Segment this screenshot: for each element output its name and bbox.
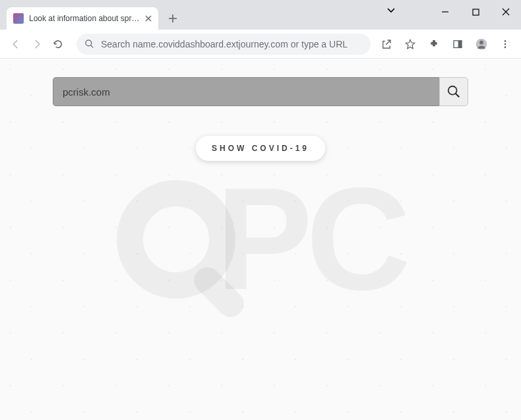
tab-favicon xyxy=(13,13,24,24)
close-tab-icon[interactable] xyxy=(145,15,152,22)
close-window-button[interactable] xyxy=(491,0,521,24)
browser-tab[interactable]: Look at information about spread… xyxy=(7,7,158,30)
menu-button[interactable] xyxy=(495,34,516,55)
svg-point-7 xyxy=(505,43,506,45)
omnibox-text: Search name.coviddashboard.extjourney.co… xyxy=(101,39,348,49)
page-search-bar xyxy=(53,77,468,106)
extensions-button[interactable] xyxy=(423,34,444,55)
page-content: PC SHOW COVID-19 xyxy=(0,59,521,420)
svg-point-8 xyxy=(505,46,506,48)
svg-rect-3 xyxy=(458,40,462,47)
svg-rect-0 xyxy=(473,9,479,15)
svg-point-5 xyxy=(479,40,483,44)
tab-title: Look at information about spread… xyxy=(29,14,140,23)
side-panel-button[interactable] xyxy=(447,34,468,55)
tab-search-button[interactable] xyxy=(386,5,396,15)
bookmark-button[interactable] xyxy=(400,34,421,55)
search-icon xyxy=(84,39,94,49)
profile-button[interactable] xyxy=(471,34,492,55)
address-bar[interactable]: Search name.coviddashboard.extjourney.co… xyxy=(77,34,371,55)
magnifier-icon xyxy=(446,84,461,99)
minimize-button[interactable] xyxy=(430,0,460,24)
new-tab-button[interactable] xyxy=(164,9,182,28)
reload-button[interactable] xyxy=(47,34,69,55)
svg-point-1 xyxy=(86,40,92,46)
watermark: PC xyxy=(0,59,521,420)
page-search-input[interactable] xyxy=(53,77,439,106)
watermark-text: PC xyxy=(216,156,404,323)
forward-button[interactable] xyxy=(26,34,47,55)
titlebar: Look at information about spread… xyxy=(0,0,521,30)
maximize-button[interactable] xyxy=(460,0,491,24)
page-search-button[interactable] xyxy=(439,77,468,106)
toolbar: Search name.coviddashboard.extjourney.co… xyxy=(0,30,521,59)
svg-point-6 xyxy=(505,40,506,42)
back-button[interactable] xyxy=(5,34,26,55)
svg-point-9 xyxy=(448,86,457,95)
share-button[interactable] xyxy=(376,34,397,55)
window-controls xyxy=(430,0,521,24)
